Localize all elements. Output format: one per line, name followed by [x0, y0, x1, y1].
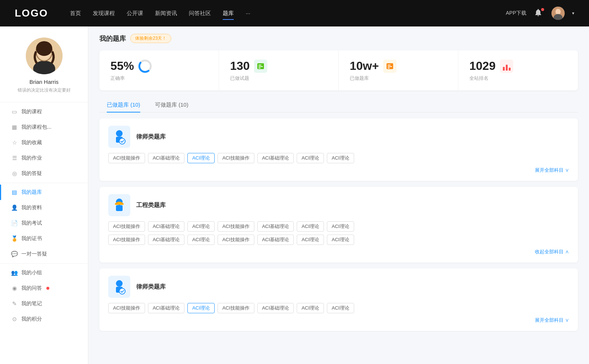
svg-point-7 — [36, 41, 52, 56]
bank-tag[interactable]: ACI理论 — [187, 221, 215, 232]
bank-tag-selected[interactable]: ACI理论 — [187, 153, 215, 163]
bank-tag[interactable]: ACI技能操作 — [218, 235, 254, 245]
bank-tag[interactable]: ACI理论 — [297, 221, 324, 232]
favorites-icon: ☆ — [11, 139, 18, 146]
bank-tag[interactable]: ACI理论 — [327, 153, 354, 163]
bank-tag[interactable]: ACI理论 — [327, 235, 354, 245]
lawyer-icon-1 — [108, 126, 130, 148]
exam-icon: 📄 — [11, 220, 18, 226]
expand-link-2[interactable]: 展开全部科目 ∨ — [535, 317, 569, 324]
sidebar-item-course-package[interactable]: ▦ 我的课程包... — [0, 119, 88, 135]
bank-tag[interactable]: ACI理论 — [327, 303, 354, 313]
stat-ranking-label: 全站排名 — [469, 75, 567, 82]
svg-rect-15 — [388, 68, 390, 68]
page-header: 我的题库 体验剩余23天！ — [99, 34, 578, 43]
trial-badge: 体验剩余23天！ — [130, 34, 171, 43]
nav-open-course[interactable]: 公开课 — [127, 8, 143, 18]
lawyer-icon-2 — [108, 276, 130, 298]
nav-more[interactable]: ··· — [246, 8, 250, 18]
homework-icon: ☰ — [11, 155, 18, 161]
sidebar-item-my-course[interactable]: ▭ 我的课程 — [0, 104, 88, 119]
bank-tag[interactable]: ACI理论 — [297, 235, 324, 245]
stat-questions-value: 130 — [230, 59, 250, 73]
bank-tag[interactable]: ACI技能操作 — [108, 153, 145, 163]
bank-tag-selected[interactable]: ACI理论 — [187, 303, 215, 313]
bank-tag[interactable]: ACI理论 — [297, 153, 324, 163]
bank-tag[interactable]: ACI技能操作 — [218, 303, 254, 313]
group-icon: 👥 — [11, 270, 18, 276]
bank-tag[interactable]: ACI基础理论 — [257, 303, 294, 313]
bank-tag[interactable]: ACI理论 — [297, 303, 324, 313]
bank-tag[interactable]: ACI技能操作 — [218, 221, 254, 232]
bar-chart-icon — [500, 60, 513, 73]
content-area: 我的题库 体验剩余23天！ 55% 正确率 130 — [88, 26, 589, 364]
svg-rect-21 — [115, 203, 124, 205]
bank-tag[interactable]: ACI基础理论 — [148, 221, 185, 232]
bell-notification-dot — [541, 8, 544, 11]
bank-lawyer-1-name: 律师类题库 — [136, 133, 166, 141]
bank-tag[interactable]: ACI技能操作 — [108, 303, 145, 313]
sidebar-item-notes[interactable]: ✎ 我的笔记 — [0, 296, 88, 311]
bank-lawyer-2-name: 律师类题库 — [136, 283, 166, 291]
tab-done-banks[interactable]: 已做题库 (10) — [99, 98, 148, 112]
bank-section-lawyer-2: 律师类题库 ACI技能操作 ACI基础理论 ACI理论 ACI技能操作 ACI基… — [99, 268, 578, 331]
nav-menu: 首页 发现课程 公开课 新闻资讯 问答社区 题库 ··· — [70, 8, 491, 18]
bank-tag[interactable]: ACI技能操作 — [218, 153, 254, 163]
bank-tag[interactable]: ACI基础理论 — [148, 303, 185, 313]
list-green-icon — [254, 60, 267, 73]
sidebar-item-group[interactable]: 👥 我的小组 — [0, 265, 88, 281]
bank-engineer-name: 工程类题库 — [136, 201, 166, 209]
course-package-icon: ▦ — [11, 124, 18, 131]
bank-engineer-header: 工程类题库 — [108, 194, 569, 216]
sidebar-item-points[interactable]: ⊙ 我的积分 — [0, 311, 88, 327]
qa-icon: ◎ — [11, 170, 18, 177]
sidebar-item-qa[interactable]: ◎ 我的答疑 — [0, 166, 88, 181]
bank-lawyer-1-footer: 展开全部科目 ∨ — [108, 167, 569, 174]
bank-tag[interactable]: ACI基础理论 — [148, 235, 185, 245]
stat-ranking: 1029 全站排名 — [458, 50, 578, 90]
sidebar-item-question-bank[interactable]: ▤ 我的题库 — [0, 185, 88, 200]
sidebar-item-certificate[interactable]: 🏅 我的证书 — [0, 231, 88, 246]
bank-tag[interactable]: ACI理论 — [187, 235, 215, 245]
nav-news[interactable]: 新闻资讯 — [155, 8, 177, 18]
nav-qa[interactable]: 问答社区 — [189, 8, 211, 18]
collapse-link-engineer[interactable]: 收起全部科目 ∧ — [535, 249, 569, 255]
bank-tag[interactable]: ACI基础理论 — [148, 153, 185, 163]
expand-link-1[interactable]: 展开全部科目 ∨ — [535, 167, 569, 174]
sidebar-item-favorites[interactable]: ☆ 我的收藏 — [0, 135, 88, 150]
profile-icon: 👤 — [11, 204, 18, 211]
my-course-icon: ▭ — [11, 108, 18, 115]
stat-ranking-value: 1029 — [469, 59, 495, 73]
stat-banks-value: 10w+ — [350, 59, 379, 73]
bank-lawyer-2-header: 律师类题库 — [108, 276, 569, 298]
svg-point-24 — [119, 288, 125, 294]
sidebar: Brian Harris 错误的决定比没有决定要好 ▭ 我的课程 ▦ 我的课程包… — [0, 26, 88, 364]
svg-rect-11 — [258, 68, 261, 68]
bank-tag[interactable]: ACI理论 — [327, 221, 354, 232]
sidebar-item-exam[interactable]: 📄 我的考试 — [0, 215, 88, 231]
bank-tag[interactable]: ACI技能操作 — [108, 221, 145, 232]
stat-banks-label: 已做题库 — [350, 75, 447, 82]
sidebar-item-one-on-one[interactable]: 💬 一对一答疑 — [0, 246, 88, 262]
bank-tag[interactable]: ACI基础理论 — [257, 221, 294, 232]
nav-question-bank[interactable]: 题库 — [223, 8, 234, 18]
svg-rect-20 — [116, 205, 123, 211]
bank-engineer-tags-row2: ACI技能操作 ACI基础理论 ACI理论 ACI技能操作 ACI基础理论 AC… — [108, 235, 569, 245]
notification-bell[interactable] — [534, 8, 544, 18]
sidebar-item-homework[interactable]: ☰ 我的作业 — [0, 150, 88, 166]
stat-banks-done-top: 10w+ — [350, 59, 447, 73]
bank-tag[interactable]: ACI技能操作 — [108, 235, 145, 245]
sidebar-item-my-qa[interactable]: ◉ 我的问答 — [0, 281, 88, 296]
nav-discover[interactable]: 发现课程 — [93, 8, 115, 18]
stat-questions-label: 已做试题 — [230, 75, 327, 82]
bank-tag[interactable]: ACI基础理论 — [257, 235, 294, 245]
svg-rect-13 — [388, 65, 391, 65]
user-menu-chevron[interactable]: ▾ — [572, 11, 574, 16]
bank-tag[interactable]: ACI基础理论 — [257, 153, 294, 163]
app-download-button[interactable]: APP下载 — [506, 10, 526, 17]
tab-available-banks[interactable]: 可做题库 (10) — [148, 98, 196, 112]
logo: LOGO — [15, 7, 48, 19]
nav-home[interactable]: 首页 — [70, 8, 81, 18]
sidebar-item-profile[interactable]: 👤 我的资料 — [0, 200, 88, 215]
user-avatar[interactable] — [551, 7, 565, 20]
